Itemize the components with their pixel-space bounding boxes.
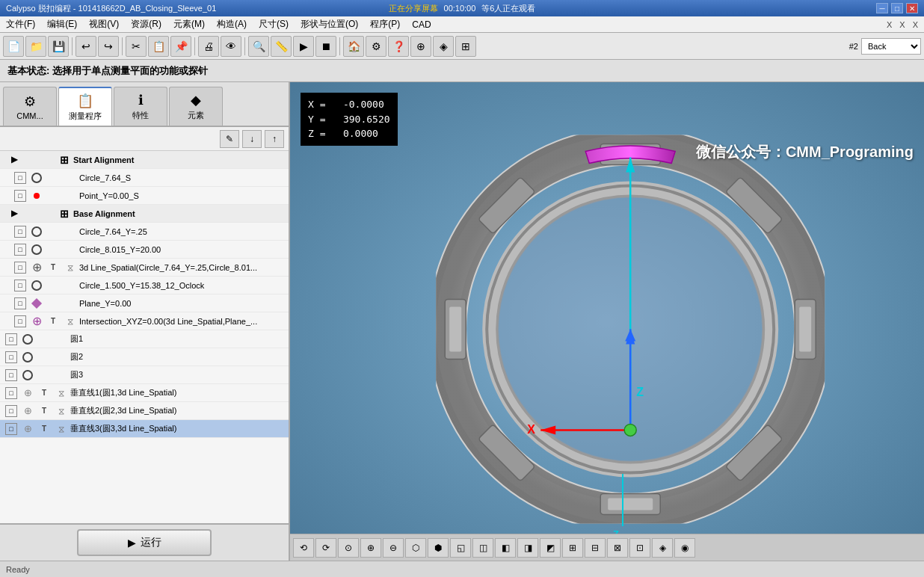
planey00-label: Plane_Y=0.00: [79, 299, 286, 308]
tree-item-vline3[interactable]: □ ⊕ T ⧖ 垂直线3(圆3,3d Line_Spatial): [0, 420, 289, 438]
viewport-toolbar: ⟲ ⟳ ⊙ ⊕ ⊖ ⬡ ⬢ ◱ ◫ ◧ ◨ ◩ ⊞ ⊟ ⊠ ⊡ ◈ ◉: [290, 534, 924, 561]
edit-button[interactable]: ✎: [220, 130, 239, 148]
tree-item-3dlinespatial[interactable]: □ ⊕ T ⧖ 3d Line_Spatial(Circle_7.64_Y=.2…: [0, 259, 289, 277]
vp-grid-button[interactable]: ⊞: [562, 538, 583, 558]
vp-perspective-button[interactable]: ◱: [450, 538, 471, 558]
tab-measure[interactable]: 📋 测量程序: [58, 87, 112, 126]
tree-item-circle764y25[interactable]: □ Circle_7.64_Y=.25: [0, 223, 289, 241]
circle764s-label: Circle_7.64_S: [79, 173, 286, 182]
minimize-button[interactable]: ─: [876, 3, 888, 13]
tb-paste-button[interactable]: 📌: [170, 36, 191, 57]
vp-rotate-left-button[interactable]: ⟲: [293, 538, 314, 558]
3dline-icon: ⊕: [32, 260, 42, 274]
vp-shade-button[interactable]: ◨: [517, 538, 538, 558]
vp-extra-button[interactable]: ◉: [674, 538, 695, 558]
tree-area[interactable]: ▶ ⊞ Start Alignment □ Circle_7.64_S: [0, 151, 289, 523]
tb-help-button[interactable]: ❓: [388, 36, 409, 57]
tb-save-button[interactable]: 💾: [48, 36, 69, 57]
vp-measure-button[interactable]: ⊠: [607, 538, 628, 558]
y-coord: Y = 390.6520: [308, 112, 390, 127]
3d-ring-view: Z X: [436, 135, 825, 523]
tb-new-button[interactable]: 📄: [3, 36, 24, 57]
tree-item-vline1[interactable]: □ ⊕ T ⧖ 垂直线1(圆1,3d Line_Spatial): [0, 384, 289, 402]
circle-icon: [22, 370, 33, 380]
tb-open-button[interactable]: 📁: [25, 36, 46, 57]
tree-item-pointy00s[interactable]: □ Point_Y=0.00_S: [0, 187, 289, 205]
vp-zoom-in-button[interactable]: ⊕: [360, 538, 381, 558]
group-base-alignment[interactable]: ▶ ⊞ Base Alignment: [0, 205, 289, 223]
tb-redo-button[interactable]: ↪: [98, 36, 119, 57]
view-selector[interactable]: Back Front Top Left: [861, 38, 921, 55]
tb-separator2: [122, 37, 123, 55]
vp-wireframe-button[interactable]: ◫: [472, 538, 493, 558]
tree-item-intersection[interactable]: □ ⊕ T ⧖ Intersection_XYZ=0.00(3d Line_Sp…: [0, 312, 289, 330]
circle-icon: [22, 334, 33, 345]
menu-resources[interactable]: 资源(R): [125, 16, 167, 32]
tree-item-circle764s[interactable]: □ Circle_7.64_S: [0, 169, 289, 187]
menu-construct[interactable]: 构造(A): [211, 16, 253, 32]
vp-color-button[interactable]: ◈: [652, 538, 673, 558]
menu-edit[interactable]: 编辑(E): [41, 16, 83, 32]
tb-extra1-button[interactable]: ◈: [433, 36, 454, 57]
tb-measure-button[interactable]: 📏: [271, 36, 292, 57]
tree-item-circle2[interactable]: □ 圆2: [0, 348, 289, 366]
move-down-button[interactable]: ↓: [242, 130, 262, 148]
tb-print-button[interactable]: 🖨: [198, 36, 219, 57]
circle8015y20-label: Circle_8.015_Y=20.00: [79, 245, 286, 254]
menu-elements[interactable]: 元素(M): [167, 16, 211, 32]
vp-light-button[interactable]: ◩: [540, 538, 561, 558]
main-content: ⚙ CMM... 📋 测量程序 ℹ 特性 ◆ 元素 ✎ ↓ ↑: [0, 82, 924, 561]
tb-run-button[interactable]: ▶: [293, 36, 314, 57]
menu-dimensions[interactable]: 尺寸(S): [253, 16, 295, 32]
vp-view1-button[interactable]: ⬡: [405, 538, 426, 558]
tab-element[interactable]: ◆ 元素: [169, 87, 223, 126]
menu-view[interactable]: 视图(V): [83, 16, 125, 32]
vp-view2-button[interactable]: ⬢: [428, 538, 449, 558]
watermark: 微信公众号：CMM_Programing: [696, 142, 914, 162]
tb-probe-button[interactable]: ⊕: [410, 36, 431, 57]
tree-item-circle3[interactable]: □ 圆3: [0, 366, 289, 384]
close-button[interactable]: ✕: [906, 3, 918, 13]
titlebar-center: 正在分享屏幕 00:10:00 等6人正在观看: [389, 3, 536, 14]
tree-item-vline2[interactable]: □ ⊕ T ⧖ 垂直线2(圆2,3d Line_Spatial): [0, 402, 289, 420]
vp-zoom-out-button[interactable]: ⊖: [383, 538, 404, 558]
z-axis-bottom: Z: [612, 474, 634, 534]
menu-file[interactable]: 文件(F): [0, 16, 41, 32]
tb-cut-button[interactable]: ✂: [126, 36, 147, 57]
tab-cmm[interactable]: ⚙ CMM...: [3, 87, 57, 126]
base-alignment-label: Base Alignment: [73, 209, 286, 218]
menu-cad[interactable]: CAD: [406, 18, 437, 31]
vp-snap-button[interactable]: ⊟: [585, 538, 606, 558]
tb-zoom-button[interactable]: 🔍: [248, 36, 269, 57]
tb-home-button[interactable]: 🏠: [343, 36, 364, 57]
menu-shape-position[interactable]: 形状与位置(O): [295, 16, 364, 32]
menu-program[interactable]: 程序(P): [364, 16, 406, 32]
tb-settings-button[interactable]: ⚙: [366, 36, 386, 57]
vp-rotate-right-button[interactable]: ⟳: [315, 538, 336, 558]
group-start-alignment[interactable]: ▶ ⊞ Start Alignment: [0, 151, 289, 169]
vp-label-button[interactable]: ⊡: [629, 538, 650, 558]
tb-stop-button[interactable]: ⏹: [315, 36, 336, 57]
vp-zoom-fit-button[interactable]: ⊙: [338, 538, 359, 558]
collapse-icon: ▶: [6, 209, 22, 218]
tab-property[interactable]: ℹ 特性: [114, 87, 167, 126]
tb-extra2-button[interactable]: ⊞: [455, 36, 476, 57]
tab-measure-label: 测量程序: [69, 111, 102, 122]
menubar: 文件(F) 编辑(E) 视图(V) 资源(R) 元素(M) 构造(A) 尺寸(S…: [0, 16, 924, 33]
tb-undo-button[interactable]: ↩: [76, 36, 96, 57]
maximize-button[interactable]: □: [891, 3, 903, 13]
vline3-label: 垂直线3(圆3,3d Line_Spatial): [70, 423, 286, 434]
tree-item-planey00[interactable]: □ Plane_Y=0.00: [0, 294, 289, 312]
run-button[interactable]: ▶ 运行: [77, 529, 212, 556]
vp-solid-button[interactable]: ◧: [495, 538, 516, 558]
tree-item-circle1500[interactable]: □ Circle_1.500_Y=15.38_12_Oclock: [0, 277, 289, 294]
intersection-icon: ⊕: [32, 314, 42, 328]
tree-item-circle8015y20[interactable]: □ Circle_8.015_Y=20.00: [0, 241, 289, 259]
run-icon: ▶: [128, 537, 136, 549]
tree-item-circle1[interactable]: □ 圆1: [0, 330, 289, 348]
svg-point-30: [624, 424, 636, 436]
move-up-button[interactable]: ↑: [265, 130, 284, 148]
tb-copy-button[interactable]: 📋: [148, 36, 169, 57]
tb-preview-button[interactable]: 👁: [221, 36, 241, 57]
btn-row: ✎ ↓ ↑: [0, 127, 289, 151]
